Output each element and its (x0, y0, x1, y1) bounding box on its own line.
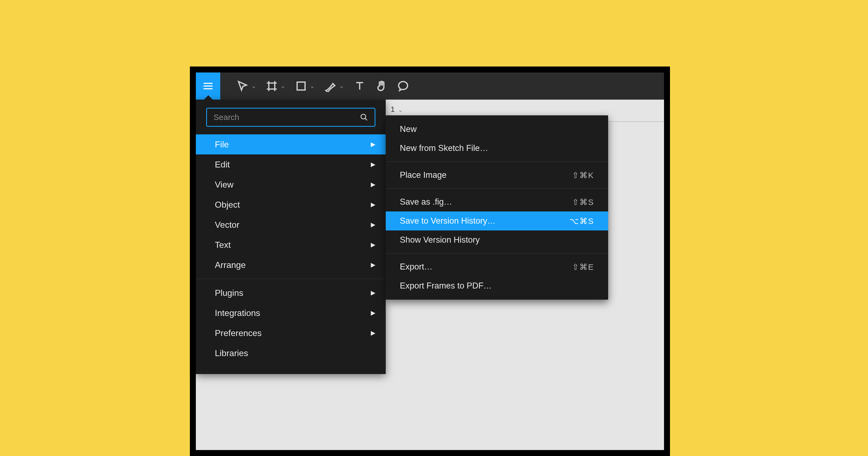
menu-item-text[interactable]: Text▶ (196, 235, 386, 255)
submenu-item-new-from-sketch-file[interactable]: New from Sketch File… (386, 139, 608, 158)
menu-separator (196, 279, 386, 279)
submenu-item-label: Save to Version History… (400, 216, 496, 226)
submenu-item-place-image[interactable]: Place Image⇧⌘K (386, 166, 608, 184)
keyboard-shortcut: ⇧⌘K (572, 170, 594, 180)
keyboard-shortcut: ⇧⌘E (572, 262, 594, 272)
menu-item-label: Object (215, 200, 240, 210)
submenu-arrow-icon: ▶ (371, 241, 375, 248)
submenu-arrow-icon: ▶ (371, 141, 375, 148)
menu-item-integrations[interactable]: Integrations▶ (196, 303, 386, 323)
main-menu: File▶Edit▶View▶Object▶Vector▶Text▶Arrang… (196, 99, 386, 374)
submenu-item-label: Export… (400, 262, 433, 272)
file-submenu: NewNew from Sketch File…Place Image⇧⌘KSa… (386, 115, 608, 300)
submenu-item-label: Export Frames to PDF… (400, 281, 492, 291)
menu-item-label: Integrations (215, 308, 260, 318)
text-icon (354, 80, 366, 92)
submenu-arrow-icon: ▶ (371, 221, 375, 228)
menu-item-plugins[interactable]: Plugins▶ (196, 283, 386, 303)
tool-strip: ⌄ ⌄ ⌄ ⌄ (237, 80, 409, 92)
search-wrap (196, 99, 386, 134)
pen-icon (324, 80, 336, 92)
chevron-down-icon: ⌄ (310, 83, 315, 90)
submenu-arrow-icon: ▶ (371, 289, 375, 296)
menu-search[interactable] (206, 108, 375, 127)
cursor-icon (237, 80, 248, 92)
menu-item-libraries[interactable]: Libraries (196, 343, 386, 363)
menu-item-arrange[interactable]: Arrange▶ (196, 255, 386, 275)
frame-icon (266, 80, 278, 92)
menu-item-label: Libraries (215, 348, 248, 358)
menu-item-label: Plugins (215, 288, 243, 298)
tab-label-fragment: 1 (391, 105, 395, 113)
comment-tool[interactable] (397, 80, 409, 92)
submenu-item-show-version-history[interactable]: Show Version History (386, 230, 608, 250)
submenu-arrow-icon: ▶ (371, 161, 375, 168)
submenu-item-new[interactable]: New (386, 120, 608, 139)
submenu-arrow-icon: ▶ (371, 330, 375, 337)
menu-item-view[interactable]: View▶ (196, 174, 386, 195)
menu-item-label: File (215, 140, 229, 149)
toolbar: ⌄ ⌄ ⌄ ⌄ (196, 73, 664, 99)
submenu-item-label: Place Image (400, 170, 446, 180)
chevron-down-icon: ⌄ (251, 83, 256, 90)
app-window: ⌄ ⌄ ⌄ ⌄ 1 ⌄ (190, 66, 670, 456)
menu-item-label: Preferences (215, 328, 262, 338)
comment-icon (397, 80, 409, 92)
menu-item-vector[interactable]: Vector▶ (196, 215, 386, 235)
svg-point-1 (361, 114, 366, 119)
submenu-item-label: Save as .fig… (400, 197, 452, 207)
svg-rect-0 (297, 82, 305, 90)
rectangle-icon (295, 80, 307, 92)
move-tool[interactable]: ⌄ (237, 80, 256, 92)
search-icon (360, 113, 368, 121)
submenu-item-label: New (400, 124, 416, 134)
shape-tool[interactable]: ⌄ (295, 80, 315, 92)
submenu-item-label: New from Sketch File… (400, 143, 488, 153)
frame-tool[interactable]: ⌄ (266, 80, 285, 92)
submenu-item-label: Show Version History (400, 235, 480, 245)
hand-icon (375, 80, 388, 92)
hamburger-icon (203, 81, 214, 91)
menu-item-label: Edit (215, 160, 230, 170)
menu-item-object[interactable]: Object▶ (196, 195, 386, 215)
submenu-item-save-as-fig[interactable]: Save as .fig…⇧⌘S (386, 193, 608, 211)
menu-item-preferences[interactable]: Preferences▶ (196, 323, 386, 343)
text-tool[interactable] (354, 80, 366, 92)
menu-item-label: Arrange (215, 260, 246, 270)
submenu-item-export-frames-to-pdf[interactable]: Export Frames to PDF… (386, 276, 608, 295)
menu-item-label: View (215, 180, 234, 190)
submenu-separator (386, 162, 608, 162)
submenu-arrow-icon: ▶ (371, 201, 375, 208)
menu-item-edit[interactable]: Edit▶ (196, 154, 386, 174)
submenu-arrow-icon: ▶ (371, 309, 375, 316)
hand-tool[interactable] (375, 80, 388, 92)
submenu-item-save-to-version-history[interactable]: Save to Version History…⌥⌘S (386, 211, 608, 230)
menu-item-label: Text (215, 240, 231, 250)
submenu-arrow-icon: ▶ (371, 181, 375, 188)
search-input[interactable] (214, 113, 360, 122)
chevron-down-icon: ⌄ (339, 83, 344, 90)
menu-notch (204, 95, 213, 99)
keyboard-shortcut: ⌥⌘S (569, 216, 594, 226)
chevron-down-icon: ⌄ (280, 83, 285, 90)
menu-item-file[interactable]: File▶ (196, 134, 386, 154)
submenu-arrow-icon: ▶ (371, 261, 375, 268)
keyboard-shortcut: ⇧⌘S (572, 197, 594, 207)
submenu-item-export[interactable]: Export…⇧⌘E (386, 257, 608, 276)
chevron-down-icon: ⌄ (398, 106, 403, 113)
pen-tool[interactable]: ⌄ (324, 80, 344, 92)
submenu-separator (386, 253, 608, 254)
page-tab[interactable]: 1 ⌄ (391, 105, 403, 114)
menu-item-label: Vector (215, 220, 240, 230)
